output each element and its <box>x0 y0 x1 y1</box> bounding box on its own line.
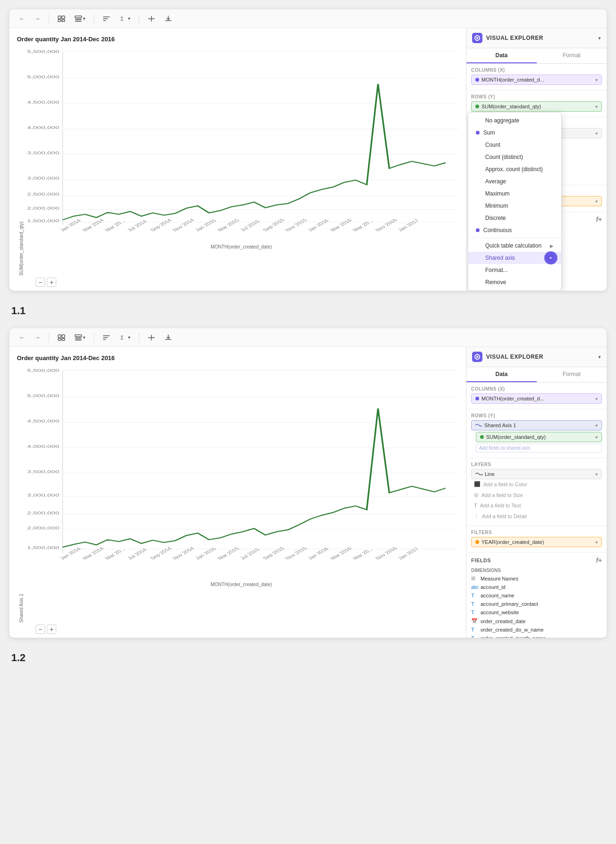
main-area-2: Order quantity Jan 2014-Dec 2016 Shared … <box>9 347 607 638</box>
ve-icon-1 <box>472 33 482 43</box>
svg-text:Mar 2014: Mar 2014 <box>81 218 105 232</box>
dd-remove[interactable]: Remove <box>468 276 561 288</box>
dd-shared-axis[interactable]: Shared axis <box>468 252 561 264</box>
view-btn-3[interactable] <box>55 332 68 343</box>
sep-5 <box>94 333 94 342</box>
field-ocmon-2[interactable]: T order_created_month_name <box>466 634 607 638</box>
svg-text:Mar 2015: Mar 2015 <box>216 218 240 232</box>
columns-pill-1[interactable]: MONTH(order_created_d... ▾ <box>471 75 602 85</box>
download-btn[interactable] <box>162 14 175 24</box>
svg-rect-53 <box>58 339 61 340</box>
add-text-2[interactable]: T Add a field to Text <box>471 501 602 510</box>
add-size-2[interactable]: ◎ Add a field to Size <box>471 490 602 500</box>
sort-btn-2[interactable] <box>100 332 113 343</box>
field-acct-primary-2[interactable]: T account_primary_contact <box>466 600 607 608</box>
tab-format-2[interactable]: Format <box>537 367 607 382</box>
zoom-out-btn-2[interactable]: − <box>36 625 45 634</box>
rows-pill-arrow: ▾ <box>595 104 598 109</box>
dd-sum[interactable]: Sum <box>468 127 561 139</box>
back-btn[interactable]: ← <box>16 13 28 24</box>
back-btn-2[interactable]: ← <box>16 332 28 343</box>
zoom-in-btn-2[interactable]: + <box>47 625 56 634</box>
forward-btn-2[interactable]: → <box>31 332 43 343</box>
svg-rect-56 <box>75 338 82 339</box>
shared-axis-pill-2[interactable]: Shared Axis 1 ▾ <box>471 420 602 430</box>
field-measure-names-2[interactable]: ⊞ Measure Names <box>466 574 607 583</box>
sort-btn[interactable] <box>100 14 113 24</box>
zoom-in-btn-1[interactable]: + <box>47 278 56 287</box>
sep-4 <box>49 333 49 342</box>
columns-pill-arrow-2: ▾ <box>595 396 598 401</box>
rows-dropdown-1: No aggregate Sum Count <box>468 112 562 291</box>
dd-discrete[interactable]: Discrete <box>468 212 561 224</box>
pivot-btn[interactable] <box>145 14 158 24</box>
add-color-2[interactable]: ⬛ Add a field to Color <box>471 479 602 489</box>
svg-text:Mar 2016: Mar 2016 <box>329 546 353 560</box>
calc-btn-2[interactable]: Σ ▾ <box>117 332 133 343</box>
field-acct-name-2[interactable]: T account_name <box>466 591 607 600</box>
svg-text:4,500,000: 4,500,000 <box>27 100 60 105</box>
add-detail-2[interactable]: ⋮ Add a field to Detail <box>471 511 602 521</box>
fields-calc-btn-2[interactable]: f+ <box>596 557 602 564</box>
svg-point-100 <box>476 356 478 358</box>
x-axis-label-2: MONTH(order_created_date) <box>24 582 458 587</box>
svg-text:5,500,000: 5,500,000 <box>27 368 60 373</box>
columns-pill-arrow: ▾ <box>595 77 598 83</box>
dd-maximum[interactable]: Maximum <box>468 188 561 200</box>
filters-pill-2[interactable]: YEAR(order_created_date) ▾ <box>471 537 602 547</box>
dd-no-aggregate[interactable]: No aggregate <box>468 114 561 127</box>
columns-pill-dot-2 <box>475 397 479 400</box>
chart-title-1: Order quantity Jan 2014-Dec 2016 <box>17 36 458 43</box>
zoom-out-btn-1[interactable]: − <box>36 278 45 287</box>
view-btn-2[interactable]: ▾ <box>72 14 88 24</box>
field-acct-id-2[interactable]: abc account_id <box>466 583 607 591</box>
dd-continuous[interactable]: Continuous <box>468 224 561 236</box>
ve-dropdown-btn-2[interactable]: ▾ <box>598 354 601 360</box>
field-icon-T-9: T <box>471 610 478 615</box>
rows-pill-2[interactable]: SUM(order_standard_qty) ▾ <box>476 432 602 442</box>
page-container: ← → ▾ Σ ▾ <box>0 0 616 675</box>
fields-calc-btn-1[interactable]: f+ <box>596 216 602 223</box>
svg-text:2,000,000: 2,000,000 <box>27 526 60 530</box>
ve-dropdown-btn-1[interactable]: ▾ <box>598 35 601 41</box>
dd-minimum[interactable]: Minimum <box>468 200 561 212</box>
dd-format[interactable]: Format... <box>468 264 561 276</box>
dd-quick-table[interactable]: Quick table calculation ▶ <box>468 240 561 252</box>
svg-text:Jan 2017: Jan 2017 <box>397 219 420 232</box>
layers-shelf-2: Layers Line ▾ ⬛ Add a field to Color ◎ <box>466 458 607 526</box>
dd-average[interactable]: Average <box>468 175 561 188</box>
dd-count-distinct[interactable]: Count (distinct) <box>468 151 561 163</box>
dimensions-label-2: Dimensions <box>466 566 607 574</box>
tab-format-1[interactable]: Format <box>537 48 607 63</box>
forward-btn[interactable]: → <box>31 13 43 24</box>
view-btn-1[interactable] <box>55 14 68 24</box>
calc-btn[interactable]: Σ ▾ <box>117 14 133 24</box>
field-icon-abc-4: abc <box>471 585 478 590</box>
section-1-2: ← → ▾ Σ ▾ <box>9 328 607 638</box>
main-area-1: Order quantity Jan 2014-Dec 2016 SUM(ord… <box>9 28 607 291</box>
y-axis-label-2: Shared Axis 1 <box>17 365 24 623</box>
view-btn-4[interactable]: ▾ <box>72 332 88 343</box>
rows-pill-1[interactable]: SUM(order_standard_qty) ▾ No aggregate <box>471 101 602 112</box>
svg-text:Jul 2014: Jul 2014 <box>126 219 148 232</box>
svg-rect-5 <box>75 19 82 20</box>
dd-divider-1 <box>468 238 561 238</box>
svg-text:5,000,000: 5,000,000 <box>27 393 60 398</box>
panel-tabs-1: Data Format <box>466 48 607 64</box>
tab-data-1[interactable]: Data <box>466 48 537 63</box>
svg-text:Jul 2014: Jul 2014 <box>126 548 148 560</box>
svg-text:Mar 20...: Mar 20... <box>104 219 127 232</box>
columns-pill-2[interactable]: MONTH(order_created_d... ▾ <box>471 393 602 404</box>
layers-pill-2[interactable]: Line ▾ <box>471 469 602 479</box>
chart-title-2: Order quantity Jan 2014-Dec 2016 <box>17 354 458 362</box>
field-ocdow-2[interactable]: T order_created_do_w_name <box>466 625 607 634</box>
field-acct-web-2[interactable]: T account_website <box>466 608 607 617</box>
dd-count[interactable]: Count <box>468 139 561 151</box>
download-btn-2[interactable] <box>162 332 175 343</box>
dd-approx-count[interactable]: Approx. count (distinct) <box>468 163 561 175</box>
pivot-btn-2[interactable] <box>145 332 158 343</box>
fields-header-2: FIELDS f+ <box>466 553 607 566</box>
tab-data-2[interactable]: Data <box>466 367 537 382</box>
svg-text:Nov 2016: Nov 2016 <box>374 218 398 232</box>
field-ocd-2[interactable]: 📅 order_created_date <box>466 617 607 625</box>
